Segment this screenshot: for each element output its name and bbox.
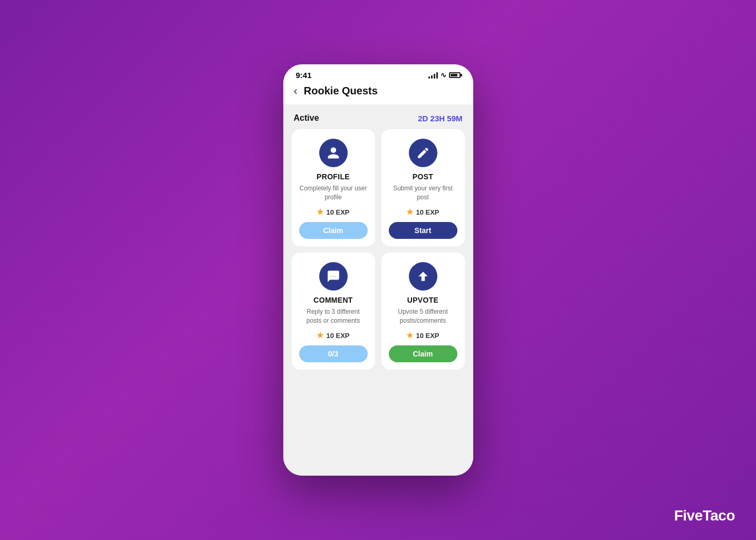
comment-quest-exp: ★ 10 EXP: [317, 331, 349, 340]
status-bar: 9:41 ∿: [283, 64, 473, 80]
signal-icon: [428, 72, 438, 79]
active-label: Active: [294, 113, 319, 123]
countdown-timer: 2D 23H 59M: [418, 114, 462, 123]
profile-quest-desc: Completely fill your user profile: [299, 184, 368, 202]
profile-icon: [327, 146, 340, 160]
comment-icon: [327, 269, 340, 283]
back-button[interactable]: ‹: [294, 85, 298, 97]
header: ‹ Rookie Quests: [283, 80, 473, 105]
star-icon: ★: [406, 207, 413, 217]
star-icon: ★: [317, 331, 323, 340]
post-quest-title: POST: [413, 172, 433, 181]
upvote-quest-title: UPVOTE: [407, 296, 438, 304]
upvote-claim-button[interactable]: Claim: [389, 345, 457, 362]
post-quest-desc: Submit your very first post: [389, 184, 457, 202]
post-icon: [416, 146, 430, 160]
wifi-icon: ∿: [441, 71, 446, 79]
active-row: Active 2D 23H 59M: [292, 113, 465, 123]
upvote-quest-exp: ★ 10 EXP: [406, 331, 439, 340]
comment-exp-value: 10 EXP: [326, 332, 349, 340]
profile-icon-circle: [319, 139, 348, 167]
quests-grid: PROFILE Completely fill your user profil…: [292, 129, 465, 370]
profile-quest-exp: ★ 10 EXP: [317, 207, 349, 217]
comment-icon-circle: [319, 262, 348, 291]
page-title: Rookie Quests: [304, 85, 378, 97]
brand-name-part1: Five: [674, 507, 703, 524]
upvote-exp-value: 10 EXP: [416, 332, 439, 340]
upvote-icon: [416, 269, 430, 283]
star-icon: ★: [406, 331, 413, 340]
post-exp-value: 10 EXP: [416, 208, 439, 216]
profile-claim-button[interactable]: Claim: [299, 222, 368, 239]
post-icon-circle: [409, 139, 437, 167]
post-quest-exp: ★ 10 EXP: [406, 207, 439, 217]
quest-card-upvote: UPVOTE Upvote 5 different posts/comments…: [381, 253, 465, 370]
upvote-icon-circle: [409, 262, 437, 291]
star-icon: ★: [317, 207, 323, 217]
profile-quest-title: PROFILE: [317, 172, 350, 181]
brand-name-part2: Taco: [703, 507, 735, 524]
brand-logo: FiveTaco: [674, 507, 735, 524]
comment-progress-button[interactable]: 0/3: [299, 345, 368, 362]
status-icons: ∿: [428, 71, 461, 79]
status-time: 9:41: [296, 71, 312, 80]
comment-quest-title: COMMENT: [313, 296, 352, 304]
quest-card-comment: COMMENT Reply to 3 different posts or co…: [292, 253, 375, 370]
phone-frame: 9:41 ∿ ‹ Rookie Quests Active 2D 23H 59M: [283, 64, 473, 476]
post-start-button[interactable]: Start: [389, 222, 457, 239]
profile-exp-value: 10 EXP: [326, 208, 349, 216]
upvote-quest-desc: Upvote 5 different posts/comments: [389, 307, 457, 325]
battery-icon: [449, 72, 461, 78]
content-area: Active 2D 23H 59M PROFILE Completely fil…: [283, 105, 473, 476]
quest-card-post: POST Submit your very first post ★ 10 EX…: [381, 129, 465, 246]
quest-card-profile: PROFILE Completely fill your user profil…: [292, 129, 375, 246]
comment-quest-desc: Reply to 3 different posts or comments: [299, 307, 368, 325]
